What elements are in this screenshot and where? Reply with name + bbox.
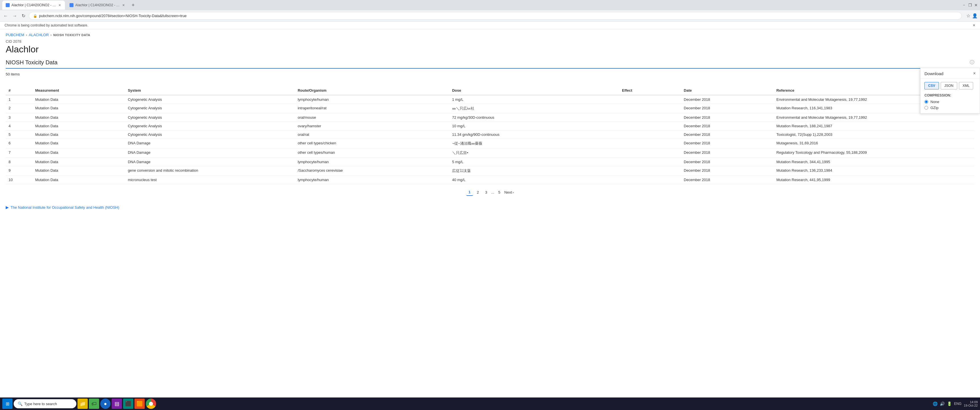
- cell-measurement: Mutation Data: [32, 104, 125, 113]
- format-json-button[interactable]: JSON: [941, 82, 957, 89]
- tab-favicon-1: [6, 3, 10, 7]
- download-title: Download: [924, 71, 943, 76]
- table-row: 8 Mutation Data DNA Damage lymphocyte/hu…: [6, 158, 974, 166]
- cell-effect: [619, 158, 681, 166]
- page-ellipsis: ...: [491, 190, 494, 194]
- format-xml-button[interactable]: XML: [959, 82, 974, 89]
- cell-system: DNA Damage: [125, 148, 295, 158]
- items-count: 50 items: [6, 72, 974, 76]
- cell-date: December 2018: [681, 166, 773, 176]
- col-header-effect: Effect: [619, 86, 681, 95]
- cell-system: Cytogenetic Analysis: [125, 95, 295, 104]
- cell-measurement: Mutation Data: [32, 148, 125, 158]
- help-icon[interactable]: ⓘ: [970, 59, 974, 65]
- page-btn-3[interactable]: 3: [483, 189, 490, 195]
- close-icon[interactable]: ✕: [974, 3, 978, 7]
- breadcrumb: PUBCHEM › ALACHLOR › NIOSH TOXICITY DATA: [6, 33, 974, 37]
- cell-num: 4: [6, 122, 32, 130]
- bookmark-icon[interactable]: ☆: [966, 13, 970, 19]
- tab-label-1: Alachlor | C14H20ClNO2 - PubC: [11, 3, 56, 7]
- format-buttons: CSV JSON XML: [924, 82, 976, 89]
- page-btn-2[interactable]: 2: [475, 189, 481, 195]
- cell-reference: Environmental and Molecular Mutagenesis,…: [773, 113, 974, 122]
- source-link[interactable]: ▶ The National Institute for Occupationa…: [6, 205, 974, 210]
- cell-reference: Toxicologist, 72(Supp 1),228,2003: [773, 130, 974, 139]
- tab-favicon-2: [70, 3, 73, 7]
- page-btn-1[interactable]: 1: [466, 189, 473, 196]
- new-tab-button[interactable]: +: [130, 2, 137, 8]
- table-row: 6 Mutation Data DNA Damage other cell ty…: [6, 139, 974, 148]
- section-header-row: NIOSH Toxicity Data ⓘ: [6, 59, 974, 66]
- section-divider: [6, 68, 974, 68]
- cell-measurement: Mutation Data: [32, 166, 125, 176]
- cell-dose: 広従㍑汰蕩: [449, 166, 619, 176]
- warning-close-icon[interactable]: ✕: [973, 23, 975, 27]
- breadcrumb-sep-2: ›: [51, 33, 52, 37]
- breadcrumb-alachlor[interactable]: ALACHLOR: [29, 33, 49, 37]
- cell-effect: [619, 166, 681, 176]
- table-row: 7 Mutation Data DNA Damage other cell ty…: [6, 148, 974, 158]
- cell-reference: Mutation Research, 136,233,1984: [773, 166, 974, 176]
- col-header-date: Date: [681, 86, 773, 95]
- breadcrumb-pubchem[interactable]: PUBCHEM: [6, 33, 24, 37]
- cell-num: 2: [6, 104, 32, 113]
- cell-route: other cell types/chicken: [295, 139, 449, 148]
- cell-dose: 40 mg/L: [449, 176, 619, 184]
- url-bar[interactable]: 🔒 pubchem.ncbi.nlm.nih.gov/compound/2078…: [29, 12, 962, 20]
- addr-icons: ☆ 👤: [966, 13, 978, 19]
- cell-effect: [619, 113, 681, 122]
- cell-num: 1: [6, 95, 32, 104]
- forward-button[interactable]: →: [11, 12, 18, 20]
- cell-system: micronucleus test: [125, 176, 295, 184]
- cell-measurement: Mutation Data: [32, 113, 125, 122]
- cell-system: Cytogenetic Analysis: [125, 122, 295, 130]
- cell-dose: 5 mg/L: [449, 158, 619, 166]
- compression-gzip-option[interactable]: GZip: [924, 106, 976, 110]
- table-row: 10 Mutation Data micronucleus test lymph…: [6, 176, 974, 184]
- cell-route: lymphocyte/human: [295, 95, 449, 104]
- cell-dose: ¬従~涌法職㎜薔薇: [449, 139, 619, 148]
- compression-gzip-label: GZip: [931, 106, 939, 110]
- cell-date: December 2018: [681, 139, 773, 148]
- table-area: # Measurement System Route/Organism Dose…: [6, 86, 974, 200]
- table-row: 9 Mutation Data gene conversion and mito…: [6, 166, 974, 176]
- cell-date: December 2018: [681, 148, 773, 158]
- compression-label: COMPRESSION:: [924, 94, 976, 97]
- reload-button[interactable]: ↻: [21, 12, 27, 20]
- cell-date: December 2018: [681, 176, 773, 184]
- cell-measurement: Mutation Data: [32, 95, 125, 104]
- cell-measurement: Mutation Data: [32, 122, 125, 130]
- compression-none-option[interactable]: None: [924, 100, 976, 104]
- download-close-button[interactable]: ×: [973, 71, 976, 76]
- download-header: Download ×: [920, 68, 980, 79]
- tab-close-1[interactable]: ✕: [58, 3, 62, 8]
- tab-close-2[interactable]: ✕: [122, 3, 125, 8]
- cell-date: December 2018: [681, 158, 773, 166]
- cell-reference: Mutation Research, 441,95,1999: [773, 176, 974, 184]
- tab-active[interactable]: Alachlor | C14H20ClNO2 - PubC ✕: [2, 0, 65, 10]
- cell-date: December 2018: [681, 130, 773, 139]
- cell-date: December 2018: [681, 113, 773, 122]
- cell-measurement: Mutation Data: [32, 176, 125, 184]
- back-button[interactable]: ←: [2, 12, 9, 20]
- cell-route: lymphocyte/human: [295, 158, 449, 166]
- cell-num: 6: [6, 139, 32, 148]
- sort-bar: SORT BY ⊙ Please Choo: [6, 79, 974, 85]
- next-button[interactable]: Next ›: [504, 190, 514, 194]
- profile-icon[interactable]: 👤: [972, 13, 978, 19]
- format-csv-button[interactable]: CSV: [924, 82, 939, 89]
- restore-icon[interactable]: ❐: [968, 3, 972, 7]
- minimize-icon[interactable]: －: [962, 3, 966, 8]
- cell-measurement: Mutation Data: [32, 158, 125, 166]
- col-header-system: System: [125, 86, 295, 95]
- cell-effect: [619, 130, 681, 139]
- tab-inactive[interactable]: Alachlor | C14H20ClNO2 - PubC ✕: [66, 0, 129, 10]
- compression-gzip-radio[interactable]: [924, 106, 928, 110]
- page-btn-5[interactable]: 5: [496, 189, 503, 195]
- cell-num: 9: [6, 166, 32, 176]
- table-header-row: # Measurement System Route/Organism Dose…: [6, 86, 974, 95]
- compression-none-radio[interactable]: [924, 100, 928, 103]
- cell-system: gene conversion and mitotic recombinatio…: [125, 166, 295, 176]
- cell-route: oral/mouse: [295, 113, 449, 122]
- cell-dose: 72 mg/kg/30D-continuous: [449, 113, 619, 122]
